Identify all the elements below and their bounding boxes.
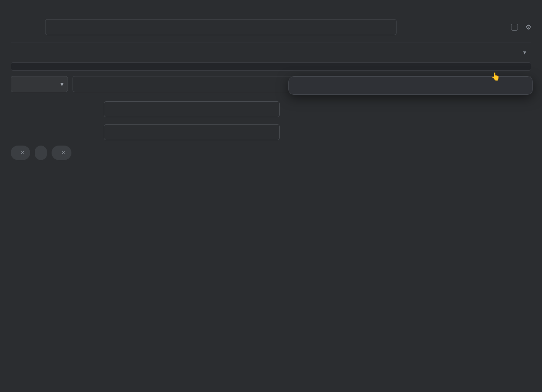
chip-open-tool-window[interactable]: × xyxy=(11,146,30,160)
script-type-select[interactable]: ▾ xyxy=(11,76,68,92)
env-vars-input[interactable] xyxy=(104,124,280,140)
working-directory-input[interactable] xyxy=(104,101,280,117)
add-run-options-popup xyxy=(288,76,533,95)
gear-icon[interactable]: ⚙ xyxy=(526,23,531,31)
close-icon[interactable]: × xyxy=(61,149,65,156)
dialog-title xyxy=(0,0,542,9)
store-as-project-checkbox[interactable] xyxy=(511,24,518,31)
popup-title xyxy=(289,80,532,88)
option-chips: × × xyxy=(11,146,531,160)
name-input[interactable] xyxy=(45,19,396,35)
divider xyxy=(11,42,531,42)
close-icon[interactable]: × xyxy=(21,149,24,156)
chip-add-content-roots[interactable] xyxy=(35,146,47,160)
chevron-down-icon: ▾ xyxy=(60,80,64,88)
interpreter-selector[interactable] xyxy=(11,62,531,71)
chip-add-source-roots[interactable]: × xyxy=(52,146,71,160)
chevron-down-icon: ▾ xyxy=(523,49,526,55)
